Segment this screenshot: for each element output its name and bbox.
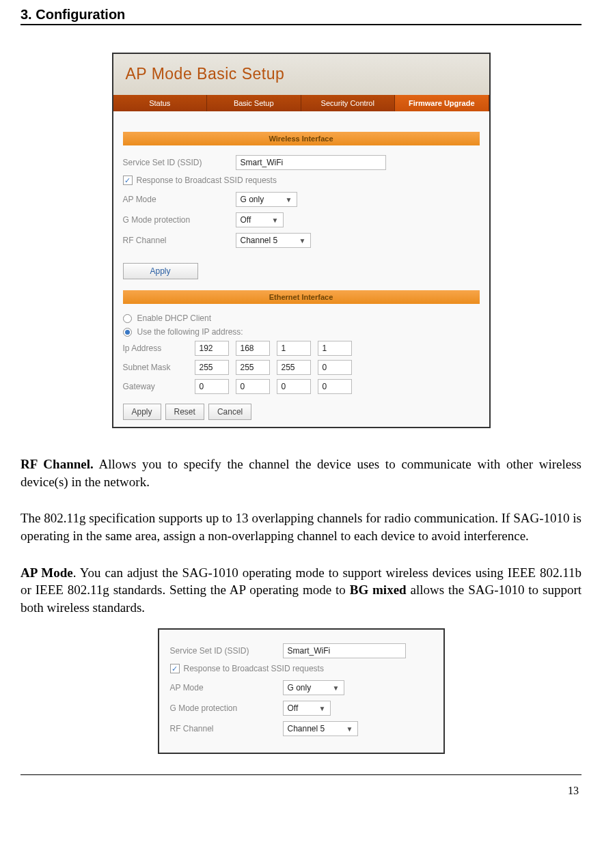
row-subnet-mask: Subnet Mask <box>123 360 480 375</box>
rf-channel-select-2[interactable]: Channel 5 ▼ <box>283 721 358 736</box>
tab-basic-setup[interactable]: Basic Setup <box>207 95 301 111</box>
row-gmode-2: G Mode protection Off ▼ <box>170 701 433 716</box>
mask-octet-2[interactable] <box>236 360 270 375</box>
row-ssid: Service Set ID (SSID) <box>123 155 480 170</box>
ip-octet-1[interactable] <box>195 341 229 356</box>
ip-octet-3[interactable] <box>277 341 311 356</box>
mask-octet-1[interactable] <box>195 360 229 375</box>
rf-channel-select[interactable]: Channel 5 ▼ <box>236 233 311 248</box>
row-static-ip: Use the following IP address: <box>123 327 480 337</box>
ap-mode-value: G only <box>241 195 264 204</box>
page-number: 13 <box>20 785 582 797</box>
reset-button[interactable]: Reset <box>165 404 204 420</box>
row-rf-channel: RF Channel Channel 5 ▼ <box>123 233 480 248</box>
tab-security-control[interactable]: Security Control <box>301 95 396 111</box>
gw-octet-3[interactable] <box>277 379 311 394</box>
rf-channel-label: RF Channel <box>123 236 236 245</box>
row-gmode: G Mode protection Off ▼ <box>123 212 480 227</box>
gmode-select-2[interactable]: Off ▼ <box>283 701 331 716</box>
ip-grid: Ip Address Subnet Mask Gateway <box>123 341 480 394</box>
broadcast-checkbox-2[interactable]: ✓ <box>170 664 180 673</box>
button-row: Apply Reset Cancel <box>123 404 480 420</box>
tab-status[interactable]: Status <box>113 95 208 111</box>
gw-octet-2[interactable] <box>236 379 270 394</box>
page-header: 3. Configuration <box>20 7 582 25</box>
ap-mode-value-2: G only <box>288 683 312 692</box>
rf-channel-text: Allows you to specify the channel the de… <box>20 457 582 489</box>
subnet-mask-label: Subnet Mask <box>123 363 188 372</box>
ap-mode-label: AP Mode <box>123 195 236 204</box>
section-ethernet-interface: Ethernet Interface <box>123 290 480 304</box>
row-ap-mode-2: AP Mode G only ▼ <box>170 680 433 695</box>
figure-ap-mode-basic-setup: AP Mode Basic Setup Status Basic Setup S… <box>112 53 491 428</box>
ssid-label-2: Service Set ID (SSID) <box>170 646 283 656</box>
dhcp-radio[interactable] <box>123 314 132 323</box>
ap-mode-select[interactable]: G only ▼ <box>236 192 297 207</box>
tab-bar: Status Basic Setup Security Control Firm… <box>113 95 489 111</box>
gateway-label: Gateway <box>123 382 188 391</box>
chevron-down-icon: ▼ <box>333 684 340 692</box>
rf-channel-lead: RF Channel. <box>20 457 94 471</box>
ssid-input[interactable] <box>236 155 386 170</box>
cancel-button[interactable]: Cancel <box>208 404 251 420</box>
rf-channel-label-2: RF Channel <box>170 724 283 733</box>
figure-header: AP Mode Basic Setup <box>113 54 489 95</box>
rf-channel-value: Channel 5 <box>241 236 278 245</box>
ap-mode-select-2[interactable]: G only ▼ <box>283 680 344 695</box>
chevron-down-icon: ▼ <box>346 725 353 733</box>
ap-mode-label-2: AP Mode <box>170 683 283 692</box>
ip-octet-2[interactable] <box>236 341 270 356</box>
page-title: 3. Configuration <box>20 7 582 23</box>
paragraph-ap-mode: AP Mode. You can adjust the SAG-1010 ope… <box>20 564 582 617</box>
chevron-down-icon: ▼ <box>272 216 279 224</box>
ap-mode-lead: AP Mode <box>20 565 73 580</box>
chevron-down-icon: ▼ <box>319 705 326 712</box>
dhcp-label: Enable DHCP Client <box>137 313 212 323</box>
paragraph-80211g: The 802.11g specification supports up to… <box>20 509 582 544</box>
row-rf-channel-2: RF Channel Channel 5 ▼ <box>170 721 433 736</box>
paragraph-rf-channel: RF Channel. Allows you to specify the ch… <box>20 456 582 490</box>
broadcast-label-2: Response to Broadcast SSID requests <box>184 664 324 673</box>
row-ip-address: Ip Address <box>123 341 480 356</box>
tab-firmware-upgrade[interactable]: Firmware Upgrade <box>395 95 489 111</box>
gw-octet-1[interactable] <box>195 379 229 394</box>
gmode-select[interactable]: Off ▼ <box>236 212 284 227</box>
ip-address-label: Ip Address <box>123 344 188 353</box>
apply-button[interactable]: Apply <box>123 263 198 279</box>
ssid-label: Service Set ID (SSID) <box>123 158 236 167</box>
row-broadcast: ✓ Response to Broadcast SSID requests <box>123 176 480 185</box>
bg-mixed-bold: BG mixed <box>350 583 407 597</box>
static-ip-radio[interactable] <box>123 328 132 337</box>
gmode-value-2: Off <box>288 703 299 713</box>
static-ip-label: Use the following IP address: <box>137 327 243 337</box>
gmode-value: Off <box>241 215 251 225</box>
chevron-down-icon: ▼ <box>299 237 306 244</box>
section-wireless-interface: Wireless Interface <box>123 132 480 145</box>
row-ssid-2: Service Set ID (SSID) <box>170 643 433 658</box>
row-gateway: Gateway <box>123 379 480 394</box>
gmode-label-2: G Mode protection <box>170 703 283 713</box>
gmode-label: G Mode protection <box>123 215 236 225</box>
mask-octet-3[interactable] <box>277 360 311 375</box>
figure-body: Wireless Interface Service Set ID (SSID)… <box>113 111 489 427</box>
broadcast-label: Response to Broadcast SSID requests <box>137 176 277 185</box>
apply-ethernet-button[interactable]: Apply <box>123 404 161 420</box>
ip-octet-4[interactable] <box>318 341 352 356</box>
gw-octet-4[interactable] <box>318 379 352 394</box>
rf-channel-value-2: Channel 5 <box>288 724 325 733</box>
ssid-input-2[interactable] <box>283 643 406 658</box>
mask-octet-4[interactable] <box>318 360 352 375</box>
figure-wireless-settings: Service Set ID (SSID) ✓ Response to Broa… <box>158 628 445 754</box>
row-dhcp: Enable DHCP Client <box>123 313 480 323</box>
footer-rule <box>20 774 582 775</box>
chevron-down-icon: ▼ <box>286 196 292 204</box>
broadcast-checkbox[interactable]: ✓ <box>123 176 133 185</box>
figure-title: AP Mode Basic Setup <box>126 61 477 83</box>
row-broadcast-2: ✓ Response to Broadcast SSID requests <box>170 664 433 673</box>
row-ap-mode: AP Mode G only ▼ <box>123 192 480 207</box>
